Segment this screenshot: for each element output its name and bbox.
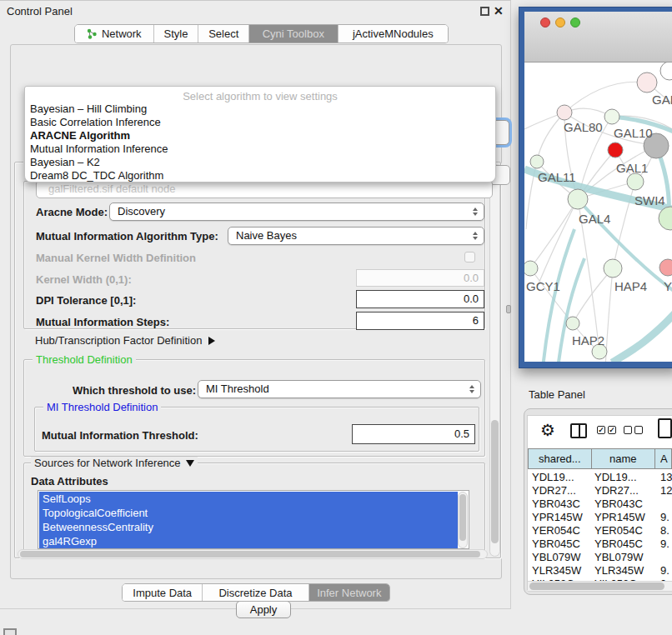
- node-gal1[interactable]: [627, 173, 644, 190]
- node-label-gal4: GAL4: [579, 212, 610, 226]
- list-item-selfloops[interactable]: SelfLoops: [39, 492, 458, 506]
- attributes-vertical-scrollbar[interactable]: [458, 492, 468, 548]
- table-row[interactable]: YDL19... YDL19... 13: [528, 470, 672, 484]
- dropdown-item-basic-correlation[interactable]: Basic Correlation Inference: [28, 116, 492, 129]
- table-horizontal-scrollbar[interactable]: [528, 581, 672, 592]
- list-item-gal4rgexp[interactable]: gal4RGexp: [39, 534, 458, 548]
- dropdown-item-bayesian-k2[interactable]: Bayesian – K2: [28, 156, 492, 169]
- unchecked-checkbox-icon[interactable]: [634, 426, 643, 434]
- minimize-traffic-light[interactable]: [555, 18, 565, 28]
- dropdown-item-bayesian-hill-climbing[interactable]: Bayesian – Hill Climbing: [28, 102, 492, 116]
- zoom-traffic-light[interactable]: [570, 18, 580, 28]
- table-row[interactable]: YLR345W YLR345W 9.: [528, 563, 672, 578]
- cyni-algorithm-settings-group: Cyni Algorithm Settings Algorithm Defini…: [14, 162, 501, 558]
- dropdown-item-dream8[interactable]: Dream8 DC_TDC Algorithm: [28, 169, 492, 182]
- column-header-name[interactable]: name: [592, 449, 656, 468]
- settings-hscroll-thumb[interactable]: [20, 551, 480, 558]
- node-label-y: Y: [664, 279, 672, 293]
- mi-type-combo[interactable]: Naive Bayes: [228, 227, 484, 245]
- list-item-betweennesscentrality[interactable]: BetweennessCentrality: [39, 520, 458, 534]
- apply-button[interactable]: Apply: [236, 601, 291, 618]
- table-row[interactable]: YBL079W YBL079W: [528, 550, 672, 564]
- dropdown-item-mutual-information[interactable]: Mutual Information Inference: [28, 142, 492, 156]
- table-row[interactable]: YPR145W YPR145W 9.: [528, 510, 672, 524]
- algorithm-dropdown-popup: Select algorithm to view settings Bayesi…: [24, 86, 496, 182]
- tab-cyni-toolbox[interactable]: Cyni Toolbox: [249, 25, 339, 42]
- which-threshold-combo[interactable]: MI Threshold: [198, 380, 481, 398]
- node-hap2[interactable]: [566, 317, 579, 330]
- settings-horizontal-scrollbar[interactable]: [18, 549, 488, 559]
- network-canvas[interactable]: GAL GAL80 GAL10 GAL1 GAL11 SWI4 GAL4 GCY…: [524, 62, 672, 362]
- aracne-mode-label: Aracne Mode:: [36, 206, 108, 218]
- dpi-tolerance-field[interactable]: 0.0: [356, 290, 484, 308]
- tab-jactivemnodules[interactable]: jActiveMNodules: [339, 25, 448, 42]
- table-row[interactable]: YBR045C YBR045C 9.: [528, 537, 672, 551]
- unchecked-checkbox-icon[interactable]: [624, 426, 632, 434]
- mi-steps-field[interactable]: 6: [356, 312, 484, 330]
- tab-discretize-data[interactable]: Discretize Data: [203, 584, 308, 601]
- node-partial-top[interactable]: [660, 62, 672, 80]
- stepper-icon: [473, 208, 478, 216]
- table-hscroll-thumb[interactable]: [529, 582, 664, 590]
- checked-checkbox-icon[interactable]: ✓: [597, 426, 605, 434]
- mi-steps-label: Mutual Information Steps:: [36, 316, 169, 328]
- tab-select[interactable]: Select: [198, 25, 249, 42]
- mi-type-label: Mutual Information Algorithm Type:: [36, 230, 218, 242]
- threshold-definition-title: Threshold Definition: [33, 353, 136, 366]
- node-salmon[interactable]: [659, 259, 672, 276]
- stepper-icon: [469, 385, 474, 393]
- network-selector-combo[interactable]: galFiltered.sif default node: [36, 180, 493, 198]
- hub-factor-expander[interactable]: Hub/Transcription Factor Definition: [35, 334, 215, 347]
- network-view-window[interactable]: GAL GAL80 GAL10 GAL1 GAL11 SWI4 GAL4 GCY…: [519, 7, 672, 368]
- mi-threshold-field[interactable]: 0.5: [352, 424, 475, 444]
- float-window-icon[interactable]: [480, 7, 489, 16]
- attributes-vscroll-thumb[interactable]: [459, 494, 466, 541]
- node-gal10[interactable]: [604, 109, 619, 124]
- network-icon: [87, 28, 98, 39]
- node-gal4[interactable]: [568, 189, 588, 209]
- manual-kernel-checkbox: [464, 252, 475, 262]
- checked-checkbox-icon[interactable]: ✓: [608, 426, 616, 434]
- tab-network[interactable]: Network: [75, 25, 154, 42]
- settings-vertical-scrollbar[interactable]: [489, 164, 500, 557]
- node-label-gal10: GAL10: [614, 126, 653, 140]
- table-row[interactable]: YDR27... YDR27... 12: [528, 483, 672, 498]
- column-header-shared[interactable]: shared...: [529, 449, 592, 468]
- table-row[interactable]: YBR043C YBR043C: [528, 497, 672, 511]
- sources-group: Sources for Network Inference Data Attri…: [23, 462, 485, 551]
- network-window-titlebar[interactable]: [524, 12, 672, 62]
- document-icon[interactable]: [658, 418, 672, 438]
- gear-icon[interactable]: ⚙: [540, 420, 555, 440]
- node-label-gal1: GAL1: [616, 161, 648, 175]
- algorithm-definition-group: Algorithm Definition Aracne Mode: Discov…: [23, 181, 485, 329]
- table-body: YDL19... YDL19... 13 YDR27... YDR27... 1…: [528, 469, 672, 581]
- node-label-gal: GAL: [652, 92, 672, 107]
- tab-infer-network[interactable]: Infer Network: [309, 584, 389, 601]
- close-icon[interactable]: ✕: [494, 4, 504, 18]
- tab-style[interactable]: Style: [154, 25, 199, 42]
- control-panel-window: Control Panel ✕ Network Style Select Cyn…: [0, 0, 511, 609]
- aracne-mode-combo[interactable]: Discovery: [109, 202, 484, 221]
- panel-splitter-handle[interactable]: [506, 305, 511, 313]
- node-hap4[interactable]: [604, 259, 622, 278]
- node-gal11[interactable]: [530, 155, 544, 168]
- column-header-partial[interactable]: A: [655, 449, 672, 468]
- sources-group-title[interactable]: Sources for Network Inference: [31, 457, 198, 469]
- node-gal-partial[interactable]: [637, 72, 657, 92]
- minimized-panel-icon[interactable]: [3, 628, 17, 635]
- list-item-topologicalcoefficient[interactable]: TopologicalCoefficient: [39, 506, 458, 520]
- node-gcy1[interactable]: [524, 261, 538, 276]
- settings-vscroll-thumb[interactable]: [491, 420, 499, 543]
- threshold-definition-group: Threshold Definition Which threshold to …: [23, 359, 485, 457]
- split-view-icon[interactable]: [570, 423, 587, 438]
- table-panel-title: Table Panel: [529, 388, 585, 401]
- cyni-toolbox-panel: galFiltered.sif default node Select algo…: [10, 44, 502, 579]
- table-row[interactable]: YER054C YER054C 8.: [528, 523, 672, 538]
- tab-impute-data[interactable]: Impute Data: [123, 584, 203, 601]
- node-red[interactable]: [608, 142, 623, 158]
- manual-kernel-label: Manual Kernel Width Definition: [36, 252, 196, 264]
- close-traffic-light[interactable]: [540, 18, 550, 28]
- stepper-icon: [473, 232, 478, 240]
- dropdown-item-aracne[interactable]: ARACNE Algorithm: [28, 129, 492, 142]
- node-gal80[interactable]: [557, 105, 572, 120]
